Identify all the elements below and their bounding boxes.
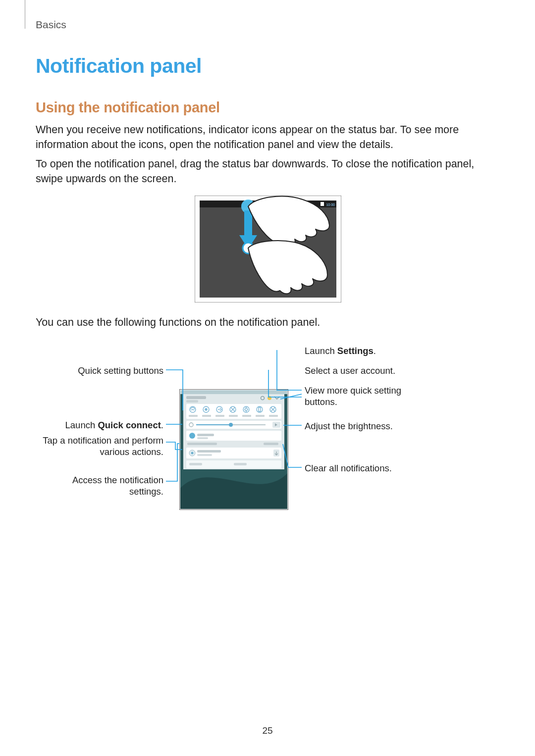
callout-adjust-brightness: Adjust the brightness.: [305, 420, 393, 432]
svg-rect-3: [321, 202, 324, 206]
figure-notification-panel: Launch Settings. Select a user account. …: [36, 340, 500, 518]
paragraph: You can use the following functions on t…: [36, 315, 500, 330]
page-number: 25: [0, 725, 535, 736]
callout-launch-quick-connect: Launch Quick connect.: [36, 419, 163, 431]
paragraph: To open the notification panel, drag the…: [36, 157, 500, 186]
chapter-label: Basics: [36, 19, 500, 31]
figure-swipe-down: 10:00: [36, 196, 500, 304]
page-title: Notification panel: [36, 54, 500, 78]
swipe-down-illustration: 10:00: [195, 196, 341, 302]
callout-clear-all: Clear all notifications.: [305, 462, 392, 474]
section-subtitle: Using the notification panel: [36, 100, 500, 116]
callout-view-more: View more quick setting buttons.: [305, 385, 419, 407]
callout-select-user: Select a user account.: [305, 365, 395, 376]
status-time: 10:00: [326, 203, 335, 206]
side-rule: [25, 0, 25, 29]
paragraph: When you receive new notifications, indi…: [36, 123, 500, 152]
callout-access-settings: Access the notification settings.: [36, 474, 163, 497]
callout-launch-settings: Launch Settings.: [305, 345, 376, 356]
svg-rect-5: [244, 210, 252, 236]
callout-quick-setting-buttons: Quick setting buttons: [36, 365, 163, 376]
callout-tap-notification: Tap a notification and perform various a…: [36, 435, 163, 457]
